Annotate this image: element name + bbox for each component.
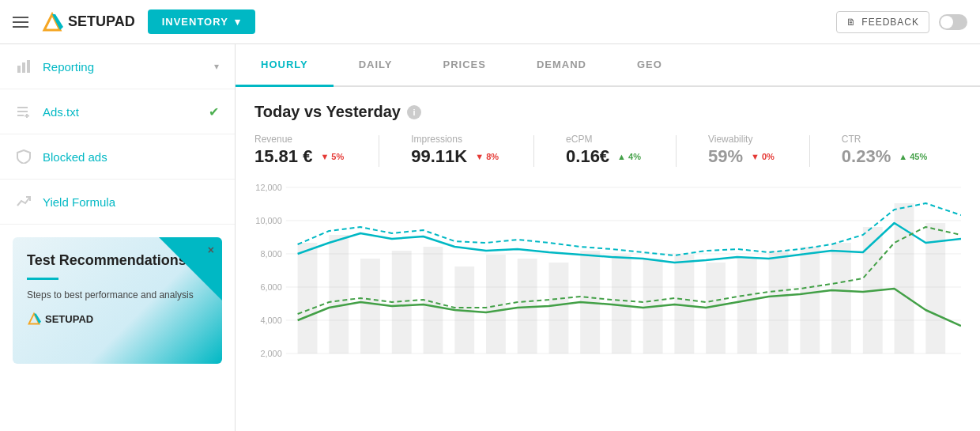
svg-rect-32 xyxy=(549,263,569,353)
viewability-badge: ▼ 0% xyxy=(748,151,778,162)
metric-ctr: CTR 0.23% ▲ 45% xyxy=(842,134,930,167)
sidebar-item-yield-formula[interactable]: Yield Formula xyxy=(0,180,235,225)
feedback-icon: 🗎 xyxy=(846,17,857,28)
toggle-knob xyxy=(940,16,953,28)
ads-txt-label: Ads.txt xyxy=(43,105,198,119)
svg-text:10,000: 10,000 xyxy=(255,216,281,225)
ecpm-label: eCPM xyxy=(566,134,644,145)
divider-3 xyxy=(676,135,677,167)
divider-2 xyxy=(533,135,534,167)
revenue-value: 15.81 € ▼ 5% xyxy=(254,146,347,167)
svg-rect-25 xyxy=(329,235,349,353)
trending-up-icon xyxy=(16,194,32,210)
revenue-label: Revenue xyxy=(254,134,347,145)
sidebar-item-ads-txt[interactable]: Ads.txt ✔ xyxy=(0,89,235,134)
metric-ecpm: eCPM 0.16€ ▲ 4% xyxy=(566,134,644,167)
yield-formula-label: Yield Formula xyxy=(43,195,219,209)
chart-title: Today vs Yesterday xyxy=(254,103,401,121)
metric-impressions: Impressions 99.11K ▼ 8% xyxy=(411,134,502,167)
tab-daily[interactable]: DAILY xyxy=(334,44,418,87)
divider-4 xyxy=(809,135,810,167)
tab-demand[interactable]: DEMAND xyxy=(511,44,612,87)
impressions-label: Impressions xyxy=(411,134,502,145)
svg-rect-28 xyxy=(424,247,443,353)
sidebar: Reporting ▾ Ads.txt ✔ Blocked ads Yield … xyxy=(0,44,236,431)
hamburger-menu[interactable] xyxy=(13,17,28,28)
promo-close-button[interactable]: × xyxy=(208,244,214,256)
feedback-button[interactable]: 🗎 FEEDBACK xyxy=(836,11,929,33)
svg-text:4,000: 4,000 xyxy=(260,316,281,325)
svg-text:12,000: 12,000 xyxy=(255,183,281,192)
viewability-label: Viewability xyxy=(708,134,778,145)
metric-viewability: Viewability 59% ▼ 0% xyxy=(708,134,778,167)
tab-prices[interactable]: PRICES xyxy=(418,44,511,87)
ctr-value: 0.23% ▲ 45% xyxy=(842,146,930,167)
svg-rect-39 xyxy=(769,251,789,353)
layout: Reporting ▾ Ads.txt ✔ Blocked ads Yield … xyxy=(0,44,980,431)
impressions-badge: ▼ 8% xyxy=(472,151,502,162)
chart-area: 12,000 10,000 8,000 6,000 4,000 2,000 xyxy=(254,180,961,401)
nav-right: 🗎 FEEDBACK xyxy=(836,11,967,33)
promo-description: Steps to best performance and analysis xyxy=(27,288,208,302)
divider-1 xyxy=(379,135,379,167)
svg-rect-41 xyxy=(831,243,851,353)
svg-rect-3 xyxy=(22,62,25,73)
bar-chart-icon xyxy=(16,59,32,74)
tab-geo[interactable]: GEO xyxy=(612,44,688,87)
content-area: Today vs Yesterday i Revenue 15.81 € ▼ 5… xyxy=(236,87,980,431)
svg-text:8,000: 8,000 xyxy=(260,249,281,259)
ecpm-badge: ▲ 4% xyxy=(614,151,644,162)
svg-rect-40 xyxy=(800,247,820,353)
viewability-value: 59% ▼ 0% xyxy=(708,146,778,167)
main-content: HOURLY DAILY PRICES DEMAND GEO Today vs … xyxy=(236,44,980,431)
impressions-value: 99.11K ▼ 8% xyxy=(411,146,502,167)
svg-rect-2 xyxy=(17,66,21,73)
chart-header: Today vs Yesterday i xyxy=(254,103,961,121)
chevron-icon: ▾ xyxy=(214,61,219,72)
promo-logo-text: SETUPAD xyxy=(45,313,93,325)
promo-divider xyxy=(27,278,58,280)
chevron-down-icon: ▾ xyxy=(235,16,241,28)
shield-icon xyxy=(16,149,32,164)
svg-rect-26 xyxy=(360,259,380,353)
logo-text: SETUPAD xyxy=(68,13,135,30)
tab-hourly[interactable]: HOURLY xyxy=(236,44,334,87)
promo-logo: SETUPAD xyxy=(27,312,208,326)
svg-rect-30 xyxy=(486,255,506,353)
blocked-ads-label: Blocked ads xyxy=(43,150,219,164)
svg-text:6,000: 6,000 xyxy=(260,282,281,292)
check-icon: ✔ xyxy=(209,104,219,119)
metrics-row: Revenue 15.81 € ▼ 5% Impressions 99.11K … xyxy=(254,134,961,167)
svg-rect-38 xyxy=(737,259,757,353)
reporting-label: Reporting xyxy=(43,60,203,74)
svg-text:2,000: 2,000 xyxy=(260,349,281,358)
svg-rect-24 xyxy=(298,243,318,353)
sidebar-item-blocked-ads[interactable]: Blocked ads xyxy=(0,134,235,180)
info-icon[interactable]: i xyxy=(407,105,421,119)
svg-rect-4 xyxy=(27,60,30,73)
promo-card: × Test Recommendations Steps to best per… xyxy=(13,237,222,364)
inventory-button[interactable]: INVENTORY ▾ xyxy=(148,9,255,34)
line-chart: 12,000 10,000 8,000 6,000 4,000 2,000 xyxy=(254,180,961,401)
ecpm-value: 0.16€ ▲ 4% xyxy=(566,146,644,167)
list-plus-icon xyxy=(16,104,32,119)
ctr-badge: ▲ 45% xyxy=(895,151,930,162)
sidebar-item-reporting[interactable]: Reporting ▾ xyxy=(0,44,235,89)
ctr-label: CTR xyxy=(842,134,930,145)
logo: SETUPAD xyxy=(41,11,135,33)
nav-left: SETUPAD INVENTORY ▾ xyxy=(13,9,255,34)
toggle-switch[interactable] xyxy=(939,14,967,30)
metric-revenue: Revenue 15.81 € ▼ 5% xyxy=(254,134,347,167)
logo-icon xyxy=(41,11,63,33)
tabs-bar: HOURLY DAILY PRICES DEMAND GEO xyxy=(236,44,980,87)
top-nav: SETUPAD INVENTORY ▾ 🗎 FEEDBACK xyxy=(0,0,980,44)
revenue-badge: ▼ 5% xyxy=(317,151,347,162)
